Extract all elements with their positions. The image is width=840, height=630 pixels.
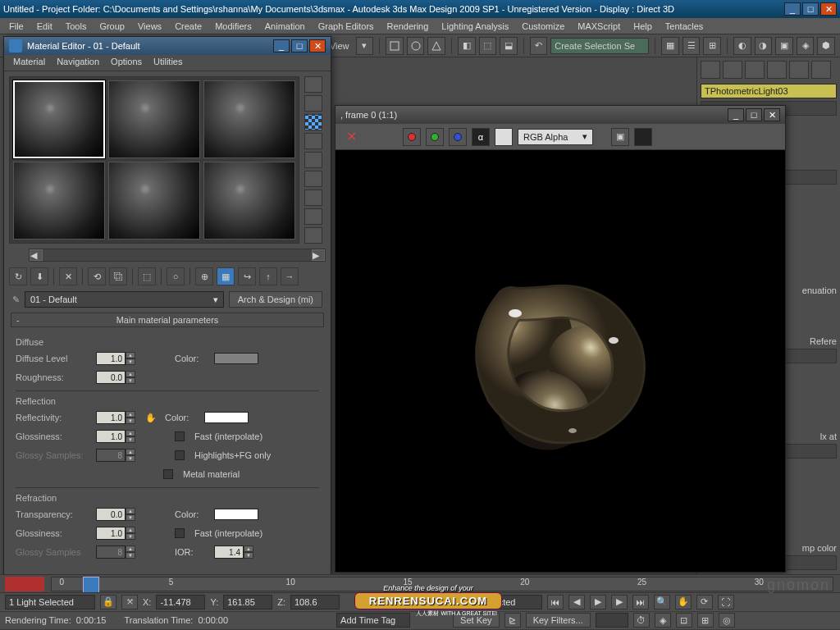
maximize-button[interactable]: □ [802, 2, 819, 16]
material-slot-6[interactable] [203, 162, 295, 240]
clone-button[interactable]: ▣ [611, 128, 629, 146]
material-name-dropdown[interactable]: 01 - Default▾ [25, 291, 224, 308]
panel-tab-motion[interactable] [767, 61, 787, 79]
menu-lighting[interactable]: Lighting Analysis [436, 20, 514, 33]
put-to-library-button[interactable]: ○ [167, 267, 185, 285]
close-button[interactable]: ✕ [820, 2, 837, 16]
key-filters-button[interactable]: Key Filters... [526, 613, 591, 628]
nav-btn[interactable]: ⊡ [676, 613, 692, 628]
time-cursor[interactable] [83, 577, 99, 593]
channel-mono-button[interactable] [495, 128, 513, 146]
make-copy-button[interactable]: ⿻ [109, 267, 127, 285]
panel-tab-hierarchy[interactable] [745, 61, 765, 79]
material-slot-1[interactable] [13, 80, 105, 158]
next-frame-button[interactable]: ▶ [611, 595, 628, 609]
channel-blue-button[interactable] [449, 128, 467, 146]
render-minimize-button[interactable]: _ [728, 108, 744, 121]
x-coord-field[interactable]: -11.478 [156, 595, 205, 609]
prev-frame-button[interactable]: ◀ [568, 595, 585, 609]
refraction-color-swatch[interactable] [214, 509, 258, 520]
show-end-result-button[interactable]: ↪ [238, 267, 256, 285]
nav-orbit-button[interactable]: ⟳ [696, 595, 713, 609]
mat-close-button[interactable]: ✕ [309, 39, 326, 52]
menu-file[interactable]: File [3, 20, 30, 33]
scroll-left-button[interactable]: ◀ [30, 249, 43, 261]
make-unique-button[interactable]: ⬚ [138, 267, 156, 285]
toolbar-btn[interactable]: ⬢ [817, 37, 835, 55]
mat-menu-options[interactable]: Options [105, 55, 148, 71]
menu-modifiers[interactable]: Modifiers [209, 20, 258, 33]
material-id-button[interactable]: ⊕ [195, 267, 213, 285]
y-coord-field[interactable]: 161.85 [223, 595, 272, 609]
toolbar-btn[interactable]: ⬚ [479, 37, 497, 55]
diffuse-level-spinner[interactable]: 1.0▲▼ [96, 352, 137, 365]
toolbar-btn[interactable]: ▦ [661, 37, 679, 55]
mat-menu-material[interactable]: Material [7, 55, 51, 71]
material-editor-titlebar[interactable]: Material Editor - 01 - Default _ □ ✕ [4, 37, 331, 55]
make-preview-button[interactable] [304, 171, 322, 187]
material-slot-scrollbar[interactable]: ◀ ▶ [29, 249, 326, 262]
assign-material-button[interactable]: ✕ [59, 267, 77, 285]
panel-tab-modify[interactable] [723, 61, 742, 79]
toolbar-btn[interactable] [427, 37, 445, 55]
goto-end-button[interactable]: ⏭ [632, 595, 649, 609]
material-slot-5[interactable] [108, 162, 200, 240]
lock-icon[interactable]: 🔒 [100, 595, 116, 609]
background-button[interactable] [304, 114, 322, 130]
panel-tab-create[interactable] [701, 61, 720, 79]
menu-animation[interactable]: Animation [259, 20, 311, 33]
toolbar-btn[interactable] [407, 37, 425, 55]
z-coord-field[interactable]: 108.6 [290, 595, 340, 609]
selection-set-input[interactable] [550, 38, 649, 54]
go-forward-button[interactable]: → [281, 267, 299, 285]
channel-red-button[interactable] [403, 128, 421, 146]
menu-maxscript[interactable]: MAXScript [572, 20, 626, 33]
backlight-button[interactable] [304, 95, 322, 112]
toolbar-btn[interactable]: ◧ [458, 37, 476, 55]
render-viewport[interactable] [336, 150, 785, 572]
goto-start-button[interactable]: ⏮ [547, 595, 564, 609]
mat-maximize-button[interactable]: □ [291, 39, 308, 52]
ior-spinner[interactable]: 1.4▲▼ [214, 546, 255, 559]
minimize-button[interactable]: _ [784, 2, 801, 16]
reflection-glossiness-spinner[interactable]: 1.0▲▼ [96, 430, 137, 443]
material-type-button[interactable]: Arch & Design (mi) [229, 291, 322, 308]
panel-tab-display[interactable] [789, 61, 809, 79]
rollout-main-params[interactable]: -Main material parameters [11, 313, 324, 327]
toolbar-btn[interactable]: ◑ [755, 37, 773, 55]
render-maximize-button[interactable]: □ [746, 108, 762, 121]
nav-maximize-button[interactable]: ⛶ [718, 595, 734, 609]
sample-type-button[interactable] [304, 76, 322, 93]
material-map-navigator-button[interactable] [304, 227, 322, 244]
clear-button[interactable] [634, 128, 652, 146]
get-material-button[interactable]: ↻ [9, 267, 27, 285]
roughness-spinner[interactable]: 0.0▲▼ [96, 371, 137, 384]
material-slot-3[interactable] [203, 80, 295, 158]
render-cancel-button[interactable]: ✕ [342, 128, 360, 146]
menu-rendering[interactable]: Rendering [381, 20, 435, 33]
scroll-right-button[interactable]: ▶ [312, 249, 325, 261]
toolbar-btn[interactable]: ☰ [682, 37, 701, 55]
object-name-field[interactable]: TPhotometricLight03 [701, 84, 837, 98]
toolbar-btn[interactable]: ▾ [356, 37, 374, 55]
nav-pan-button[interactable]: ✋ [675, 595, 692, 609]
reflectivity-spinner[interactable]: 1.0▲▼ [96, 411, 137, 424]
menu-edit[interactable]: Edit [31, 20, 58, 33]
menu-tools[interactable]: Tools [60, 20, 93, 33]
render-titlebar[interactable]: , frame 0 (1:1) _ □ ✕ [336, 106, 785, 124]
nav-btn[interactable]: ⊞ [697, 613, 714, 628]
refraction-glossiness-spinner[interactable]: 1.0▲▼ [96, 527, 137, 540]
nav-zoom-button[interactable]: 🔍 [654, 595, 670, 609]
toolbar-btn[interactable]: ⬓ [500, 37, 518, 55]
panel-tab-utilities[interactable] [811, 61, 831, 79]
play-button[interactable]: ▶ [590, 595, 606, 609]
reflection-color-swatch[interactable] [204, 412, 249, 423]
toolbar-btn[interactable]: ▣ [775, 37, 793, 55]
key-toggle-button[interactable]: ⊵ [504, 613, 521, 628]
transparency-spinner[interactable]: 0.0▲▼ [96, 508, 137, 521]
put-material-button[interactable]: ⬇ [30, 267, 48, 285]
menu-customize[interactable]: Customize [516, 20, 570, 33]
render-close-button[interactable]: ✕ [764, 108, 780, 121]
axis-icon[interactable]: ⤧ [121, 595, 138, 609]
menu-grapheditors[interactable]: Graph Editors [313, 20, 380, 33]
